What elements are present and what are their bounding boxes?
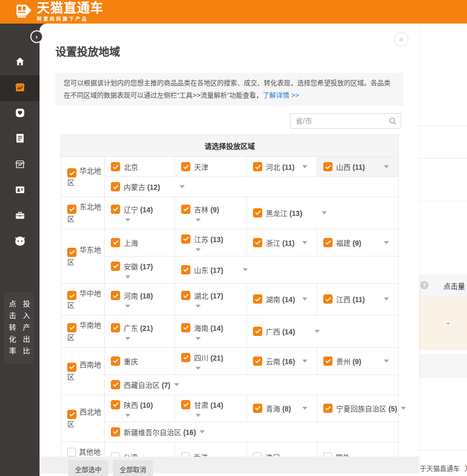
chevron-down-icon[interactable] (174, 383, 179, 386)
chevron-down-icon[interactable] (322, 211, 327, 214)
province-label[interactable]: 陕西 (10) (124, 400, 153, 410)
chevron-down-icon[interactable] (401, 407, 406, 410)
province-checkbox[interactable] (253, 238, 262, 247)
province-label[interactable]: 重庆 (124, 356, 138, 366)
sidebar-item-shop[interactable] (0, 152, 40, 178)
province-label[interactable]: 贵州 (9) (336, 356, 361, 366)
province-label[interactable]: 北京 (124, 162, 138, 172)
chevron-down-icon[interactable] (180, 185, 185, 188)
province-label[interactable]: 黑龙江 (13) (266, 208, 302, 218)
province-checkbox[interactable] (253, 208, 262, 217)
sidebar-item-report[interactable] (0, 127, 40, 152)
region-checkbox[interactable] (67, 410, 76, 419)
sidebar-item-home[interactable] (0, 50, 40, 75)
region-checkbox[interactable] (67, 291, 76, 300)
province-checkbox[interactable] (253, 162, 262, 171)
province-checkbox[interactable] (181, 353, 190, 362)
province-label[interactable]: 山西 (11) (336, 162, 365, 172)
chevron-down-icon[interactable] (200, 430, 205, 433)
province-label[interactable]: 江西 (11) (336, 294, 365, 304)
chevron-down-icon[interactable] (302, 360, 307, 363)
province-label[interactable]: 云南 (16) (266, 356, 295, 366)
province-checkbox[interactable] (111, 205, 120, 214)
province-checkbox[interactable] (111, 182, 120, 191)
sidebar-expand-button[interactable]: › (30, 30, 43, 43)
province-label[interactable]: 福建 (9) (336, 237, 361, 248)
chevron-down-icon[interactable] (315, 330, 320, 333)
province-label[interactable]: 江苏 (13) (194, 234, 223, 244)
chevron-down-icon[interactable] (181, 248, 244, 251)
select-all-button[interactable]: 全部选中 (68, 460, 108, 476)
province-checkbox[interactable] (111, 427, 120, 437)
province-checkbox[interactable] (181, 265, 190, 274)
chevron-down-icon[interactable] (302, 298, 307, 301)
chevron-down-icon[interactable] (111, 414, 172, 417)
chevron-down-icon[interactable] (181, 219, 244, 222)
province-checkbox[interactable] (111, 356, 120, 366)
province-label[interactable]: 山东 (17) (194, 265, 223, 275)
province-label[interactable]: 西藏自治区 (7) (124, 380, 170, 390)
chevron-down-icon[interactable] (302, 407, 307, 410)
close-icon[interactable]: ✕ (394, 32, 408, 47)
region-checkbox[interactable] (67, 448, 76, 457)
region-checkbox[interactable] (67, 323, 76, 332)
province-label[interactable]: 内蒙古 (12) (124, 182, 160, 192)
province-label[interactable]: 广西 (14) (266, 326, 295, 336)
chevron-down-icon[interactable] (111, 337, 172, 340)
footer-link-about[interactable]: 于天猫直通车 (420, 463, 460, 473)
search-icon[interactable] (388, 117, 397, 127)
app-logo[interactable]: 天猫直通车 阿里妈妈旗下产品 (14, 2, 104, 22)
province-checkbox[interactable] (111, 291, 120, 300)
province-checkbox[interactable] (111, 323, 120, 332)
province-label[interactable]: 湖南 (14) (266, 294, 295, 304)
province-checkbox[interactable] (253, 404, 262, 413)
help-icon[interactable]: ? (420, 281, 429, 289)
province-checkbox[interactable] (253, 294, 262, 304)
cancel-all-button[interactable]: 全部取消 (113, 460, 153, 476)
province-checkbox[interactable] (253, 327, 262, 336)
region-checkbox[interactable] (67, 205, 76, 214)
province-label[interactable]: 青海 (8) (266, 403, 291, 413)
chevron-down-icon[interactable] (302, 165, 307, 168)
province-checkbox[interactable] (111, 380, 120, 389)
chevron-down-icon[interactable] (111, 275, 172, 279)
province-label[interactable]: 浙江 (11) (266, 237, 295, 248)
province-label[interactable]: 河南 (18) (124, 290, 153, 301)
province-label[interactable]: 河北 (11) (266, 162, 295, 172)
province-checkbox[interactable] (323, 162, 333, 171)
province-checkbox[interactable] (181, 205, 190, 214)
province-checkbox[interactable] (181, 291, 190, 300)
province-checkbox[interactable] (323, 356, 333, 366)
province-checkbox[interactable] (111, 262, 120, 271)
province-label[interactable]: 湖北 (17) (194, 290, 223, 301)
chevron-down-icon[interactable] (302, 241, 307, 244)
province-label[interactable]: 安徽 (17) (124, 261, 153, 271)
footer-link-partial[interactable]: 万 (464, 463, 467, 473)
province-label[interactable]: 新疆维吾尔自治区 (16) (124, 427, 196, 437)
province-label[interactable]: 天津 (194, 162, 208, 172)
sidebar-item-id-card[interactable] (0, 178, 40, 204)
sidebar-item-shop-chart[interactable] (0, 75, 40, 101)
chevron-down-icon[interactable] (181, 414, 244, 417)
province-label[interactable]: 辽宁 (14) (124, 204, 153, 214)
province-checkbox[interactable] (181, 323, 190, 332)
search-input[interactable] (290, 113, 401, 129)
province-checkbox[interactable] (323, 404, 333, 413)
chevron-down-icon[interactable] (111, 219, 172, 222)
province-checkbox[interactable] (253, 356, 262, 366)
learn-more-link[interactable]: 了解详情 >> (263, 91, 299, 99)
province-checkbox[interactable] (111, 400, 120, 409)
province-label[interactable]: 四川 (21) (194, 352, 223, 363)
province-checkbox[interactable] (181, 234, 190, 244)
chevron-down-icon[interactable] (181, 337, 244, 340)
region-checkbox[interactable] (67, 363, 76, 372)
chevron-down-icon[interactable] (384, 298, 389, 301)
province-label[interactable]: 广东 (21) (124, 323, 153, 333)
region-checkbox[interactable] (67, 248, 76, 257)
province-label[interactable]: 宁夏回族自治区 (5) (336, 403, 397, 413)
sidebar-item-tmall-cat[interactable] (0, 229, 40, 255)
chevron-down-icon[interactable] (111, 305, 172, 308)
chevron-down-icon[interactable] (384, 241, 389, 244)
province-label[interactable]: 甘肃 (14) (194, 400, 223, 410)
chevron-down-icon[interactable] (181, 367, 244, 370)
